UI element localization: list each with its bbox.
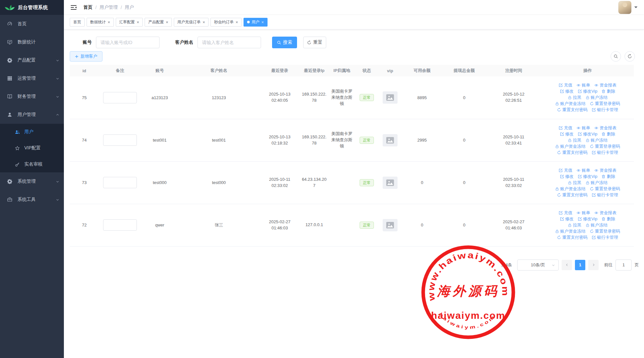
op-reset-pay-password-link[interactable]: 重置支付密码 [557, 192, 588, 198]
op-bank-card-management-link[interactable]: 银行卡管理 [592, 192, 618, 198]
op-edit-link[interactable]: 修改 [560, 216, 574, 222]
op-blacklist-link[interactable]: 拉黑 [568, 222, 581, 228]
cell-account: test000 [141, 161, 178, 204]
remark-input[interactable] [103, 177, 137, 188]
table-refresh-button[interactable] [625, 51, 635, 62]
close-icon[interactable]: × [166, 20, 168, 24]
customer-name-input[interactable] [197, 37, 261, 48]
reset-button[interactable]: 重置 [303, 37, 326, 48]
op-recharge-link[interactable]: 充值 [559, 125, 572, 131]
op-edit-link[interactable]: 修改 [560, 174, 574, 179]
op-freeze-account-link[interactable]: 账户冻结 [586, 222, 608, 228]
next-page-button[interactable] [588, 260, 599, 270]
search-button[interactable]: 搜索 [272, 37, 297, 48]
op-funds-report-link[interactable]: 资金报表 [594, 210, 616, 216]
sidebar-item-data-stats[interactable]: 数据统计 [0, 33, 64, 51]
close-icon[interactable]: × [108, 20, 110, 24]
sidebar-collapse-icon[interactable] [70, 5, 77, 10]
op-delete-link[interactable]: 删除 [602, 174, 615, 179]
op-funds-report-link[interactable]: 资金报表 [594, 125, 616, 131]
tab-home[interactable]: 首页× [70, 18, 85, 27]
sidebar-item-system-tools[interactable]: 系统工具 [0, 191, 64, 209]
op-delete-link[interactable]: 删除 [602, 88, 615, 94]
op-freeze-account-funds-link[interactable]: 账户资金冻结 [555, 144, 586, 149]
account-input[interactable] [96, 37, 160, 48]
close-icon[interactable]: × [261, 20, 264, 24]
op-freeze-account-funds-link[interactable]: 账户资金冻结 [555, 186, 586, 192]
add-customer-button[interactable]: 新增客户 [70, 51, 102, 62]
op-funds-report-link[interactable]: 资金报表 [594, 167, 616, 173]
op-bills-link[interactable]: 账单 [577, 167, 590, 173]
op-reset-login-password-link[interactable]: 重置登录密码 [590, 186, 620, 192]
op-edit-vip-link[interactable]: 修改Vip [578, 131, 598, 137]
page-number-current[interactable]: 1 [575, 260, 585, 270]
op-edit-vip-link[interactable]: 修改Vip [578, 174, 598, 179]
op-bank-card-management-link[interactable]: 银行卡管理 [592, 107, 618, 113]
breadcrumb-user-mgmt[interactable]: 用户管理 [100, 5, 118, 10]
sidebar-item-user-mgmt[interactable]: 用户管理 [0, 106, 64, 124]
op-bills-link[interactable]: 账单 [577, 125, 590, 131]
sidebar-item-real-name-audit[interactable]: 实名审核 [0, 156, 64, 172]
op-bills-link[interactable]: 账单 [577, 82, 590, 88]
sidebar-item-finance-mgmt[interactable]: 财务管理 [0, 87, 64, 106]
remark-input[interactable] [103, 219, 137, 231]
op-reset-pay-password-link[interactable]: 重置支付密码 [557, 235, 588, 240]
sidebar-item-product-config[interactable]: 产品配置 [0, 51, 64, 69]
tab-contract-orders[interactable]: 秒合约订单× [210, 18, 242, 27]
close-icon[interactable]: × [137, 20, 139, 24]
op-reset-pay-password-link[interactable]: 重置支付密码 [557, 150, 588, 156]
goto-page-input[interactable] [615, 260, 632, 271]
op-edit-link[interactable]: 修改 [560, 88, 574, 94]
tab-data-stats[interactable]: 数据统计× [87, 18, 114, 27]
op-recharge-link[interactable]: 充值 [559, 82, 572, 88]
op-freeze-account-link[interactable]: 账户冻结 [586, 95, 608, 100]
op-recharge-link[interactable]: 充值 [559, 210, 572, 216]
op-freeze-account-link[interactable]: 账户冻结 [586, 180, 608, 186]
op-edit-link[interactable]: 修改 [560, 131, 574, 137]
op-edit-vip-link[interactable]: 修改Vip [578, 216, 598, 222]
vip-image-placeholder[interactable] [383, 91, 398, 104]
tab-product-config[interactable]: 产品配置× [145, 18, 172, 27]
page-size-select[interactable]: 10条/页 [517, 260, 559, 271]
op-delete-link[interactable]: 删除 [602, 216, 615, 222]
op-blacklist-link[interactable]: 拉黑 [568, 95, 581, 100]
vip-image-placeholder[interactable] [383, 134, 398, 146]
avatar-dropdown-caret-icon[interactable] [634, 6, 638, 10]
tab-recharge-orders[interactable]: 用户充值订单× [174, 18, 209, 27]
vip-image-placeholder[interactable] [383, 177, 398, 189]
tab-users[interactable]: 用户× [244, 18, 268, 27]
table-search-button[interactable] [611, 51, 621, 62]
op-reset-pay-password-link[interactable]: 重置支付密码 [557, 107, 588, 113]
op-bills-link[interactable]: 账单 [577, 210, 590, 216]
eye-icon [594, 83, 598, 87]
op-recharge-link[interactable]: 充值 [559, 167, 572, 173]
tab-exchange-rate-config[interactable]: 汇率配置× [116, 18, 143, 27]
op-freeze-account-funds-link[interactable]: 账户资金冻结 [555, 228, 586, 234]
sidebar-item-vip-config[interactable]: VIP配置 [0, 140, 64, 156]
remark-input[interactable] [103, 134, 137, 146]
user-avatar[interactable] [618, 1, 631, 14]
op-blacklist-link[interactable]: 拉黑 [568, 180, 581, 186]
sidebar-item-users[interactable]: 用户 [0, 124, 64, 140]
op-freeze-account-link[interactable]: 账户冻结 [586, 137, 608, 143]
op-funds-report-link[interactable]: 资金报表 [594, 82, 616, 88]
chevron-down-icon [552, 263, 555, 267]
op-edit-vip-link[interactable]: 修改Vip [578, 88, 598, 94]
op-blacklist-link[interactable]: 拉黑 [568, 137, 581, 143]
op-delete-link[interactable]: 删除 [602, 131, 615, 137]
op-freeze-account-funds-link[interactable]: 账户资金冻结 [555, 101, 586, 107]
op-bank-card-management-link[interactable]: 银行卡管理 [592, 235, 618, 240]
sidebar-item-system-mgmt[interactable]: 系统管理 [0, 172, 64, 191]
op-reset-login-password-link[interactable]: 重置登录密码 [590, 101, 620, 107]
vip-image-placeholder[interactable] [383, 219, 398, 231]
close-icon[interactable]: × [235, 20, 238, 24]
prev-page-button[interactable] [562, 260, 572, 270]
breadcrumb-home[interactable]: 首页 [83, 5, 92, 10]
op-bank-card-management-link[interactable]: 银行卡管理 [592, 150, 618, 156]
sidebar-item-operation-mgmt[interactable]: 运营管理 [0, 69, 64, 87]
op-reset-login-password-link[interactable]: 重置登录密码 [590, 228, 620, 234]
sidebar-item-home[interactable]: 首页 [0, 15, 64, 33]
close-icon[interactable]: × [203, 20, 205, 24]
op-reset-login-password-link[interactable]: 重置登录密码 [590, 144, 620, 149]
remark-input[interactable] [103, 92, 137, 103]
